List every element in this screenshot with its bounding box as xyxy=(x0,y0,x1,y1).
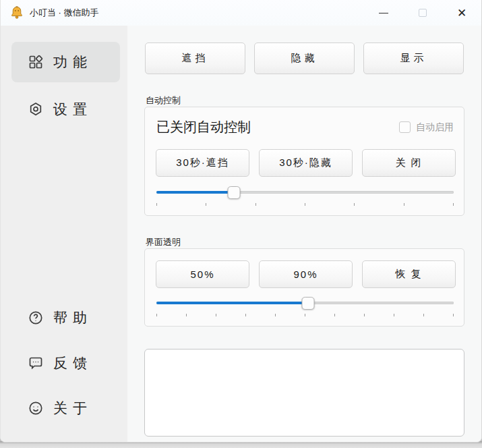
transparency-groupbox: 50% 90% 恢 复 xyxy=(144,248,464,327)
apps-grid-icon xyxy=(28,54,44,70)
sidebar-item-about[interactable]: 关于 xyxy=(11,388,120,428)
app-bell-icon xyxy=(9,5,24,20)
auto-control-buttons: 30秒·遮挡 30秒·隐藏 关 闭 xyxy=(156,149,456,177)
main-content: 遮挡 隐藏 显示 自动控制 已关闭自动控制 自动启用 30秒·遮挡 30秒·隐藏… xyxy=(127,26,481,442)
slider-thumb[interactable] xyxy=(301,297,314,310)
sidebar-item-settings[interactable]: 设置 xyxy=(11,89,120,130)
feedback-bubble-icon xyxy=(28,355,44,371)
close-icon: ✕ xyxy=(457,7,466,19)
hide-30s-button[interactable]: 30秒·隐藏 xyxy=(259,149,353,177)
sidebar-item-label: 帮助 xyxy=(53,308,92,327)
auto-control-slider[interactable] xyxy=(156,186,454,208)
checkbox-icon xyxy=(399,121,411,133)
sidebar: 功能 设置 帮助 xyxy=(1,26,127,442)
about-smiley-icon xyxy=(28,400,44,416)
window-title: 小叮当 · 微信助手 xyxy=(30,7,99,19)
transparency-group-label: 界面透明 xyxy=(146,236,181,248)
sidebar-item-feedback[interactable]: 反馈 xyxy=(11,343,120,383)
auto-enable-checkbox[interactable]: 自动启用 xyxy=(399,121,454,134)
help-circle-icon xyxy=(28,310,44,326)
show-button[interactable]: 显示 xyxy=(363,43,464,74)
close-button[interactable]: ✕ xyxy=(442,0,481,26)
minimize-icon xyxy=(379,13,388,13)
sidebar-item-functions[interactable]: 功能 xyxy=(11,42,120,82)
slider-track xyxy=(156,191,454,194)
settings-hexagon-icon xyxy=(28,101,44,117)
slider-fill xyxy=(156,302,308,304)
slider-thumb[interactable] xyxy=(227,186,240,199)
sidebar-item-label: 功能 xyxy=(53,53,92,72)
sidebar-item-label: 关于 xyxy=(53,399,92,418)
title-bar[interactable]: 小叮当 · 微信助手 ✕ xyxy=(1,0,481,26)
transparency-buttons: 50% 90% 恢 复 xyxy=(156,260,456,288)
quick-action-row: 遮挡 隐藏 显示 xyxy=(145,43,464,74)
opacity-restore-button[interactable]: 恢 复 xyxy=(362,260,456,288)
window-controls: ✕ xyxy=(364,0,481,26)
minimize-button[interactable] xyxy=(364,0,403,26)
auto-enable-label: 自动启用 xyxy=(416,121,454,134)
slider-ticks xyxy=(156,314,454,316)
slider-fill xyxy=(156,191,234,194)
cover-button[interactable]: 遮挡 xyxy=(145,43,245,74)
sidebar-item-label: 设置 xyxy=(53,100,92,119)
transparency-slider[interactable] xyxy=(156,296,454,319)
maximize-button[interactable] xyxy=(403,0,442,26)
log-textarea[interactable] xyxy=(144,349,464,437)
opacity-90-button[interactable]: 90% xyxy=(259,260,353,288)
hide-button[interactable]: 隐藏 xyxy=(254,43,355,74)
auto-control-groupbox: 已关闭自动控制 自动启用 30秒·遮挡 30秒·隐藏 关 闭 xyxy=(144,107,464,216)
maximize-icon xyxy=(419,9,427,17)
cover-30s-button[interactable]: 30秒·遮挡 xyxy=(156,149,249,177)
opacity-50-button[interactable]: 50% xyxy=(156,260,249,288)
auto-control-status-text: 已关闭自动控制 xyxy=(156,118,251,136)
auto-control-status-row: 已关闭自动控制 自动启用 xyxy=(156,118,454,136)
sidebar-item-label: 反馈 xyxy=(53,354,92,372)
auto-control-group-label: 自动控制 xyxy=(146,94,181,107)
slider-ticks xyxy=(156,203,454,206)
app-window: 小叮当 · 微信助手 ✕ 功能 xyxy=(0,0,482,443)
sidebar-item-help[interactable]: 帮助 xyxy=(11,298,120,338)
auto-off-button[interactable]: 关 闭 xyxy=(362,149,456,177)
